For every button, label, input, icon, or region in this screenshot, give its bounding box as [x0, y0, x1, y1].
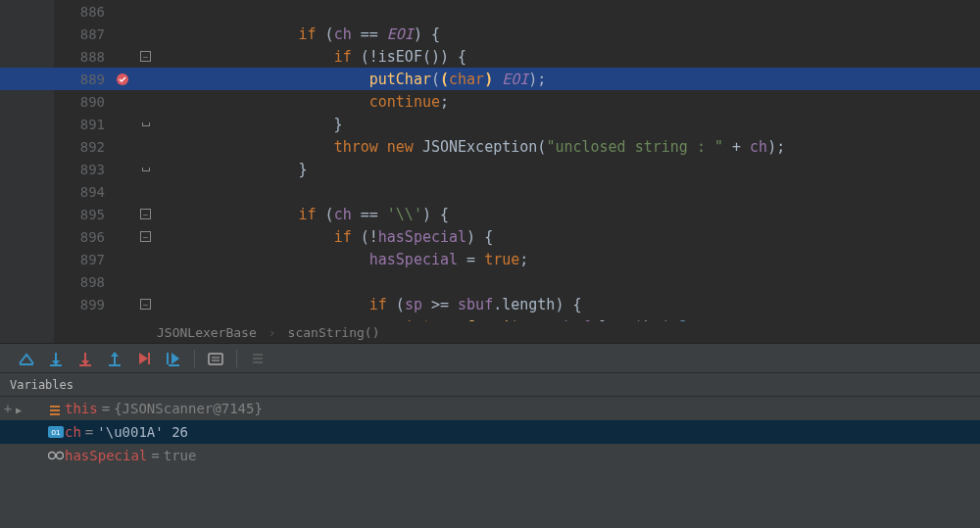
variables-header: Variables [0, 373, 980, 397]
svg-rect-23 [50, 409, 60, 411]
svg-marker-9 [111, 352, 119, 357]
code-line[interactable]: 888− if (!isEOF()) { [0, 45, 980, 68]
drop-frame-button[interactable] [129, 344, 159, 373]
code-line[interactable]: 898 [0, 270, 980, 293]
code-line[interactable]: 886 [0, 0, 980, 23]
line-number: 893 [0, 162, 111, 177]
line-number: 891 [0, 117, 111, 132]
drop-frame-icon [135, 350, 153, 367]
code-editor[interactable]: 886887 if (ch == EOI) {888− if (!isEOF()… [0, 0, 980, 343]
line-number: 900 [0, 319, 111, 322]
fold-gutter: − [134, 299, 157, 310]
toolbar-divider [194, 350, 195, 367]
fold-gutter [134, 122, 157, 126]
variables-tree[interactable]: +▶ this={JSONScanner@7145}01 ch='\u001A'… [0, 397, 980, 528]
code-text[interactable]: if (!isEOF()) { [157, 48, 980, 66]
code-line[interactable]: 896− if (!hasSpecial) { [0, 225, 980, 248]
line-number: 897 [0, 252, 111, 267]
variable-separator: = [147, 448, 163, 463]
line-number: 887 [0, 26, 111, 42]
obj-icon [47, 402, 65, 415]
evaluate-button[interactable] [201, 344, 230, 373]
fold-toggle-icon[interactable]: − [140, 299, 151, 310]
code-line[interactable]: 897 hasSpecial = true; [0, 248, 980, 270]
breadcrumb-method[interactable]: scanString() [288, 325, 380, 340]
svg-marker-11 [139, 353, 148, 364]
code-text[interactable]: } [157, 161, 980, 178]
fold-toggle-icon[interactable]: − [140, 51, 151, 62]
line-number: 894 [0, 184, 111, 200]
variable-value: '\u001A' 26 [97, 424, 188, 440]
code-line[interactable]: 887 if (ch == EOI) { [0, 23, 980, 45]
variable-separator: = [98, 401, 114, 416]
variable-separator: = [81, 424, 97, 440]
variable-row[interactable]: 01 ch='\u001A' 26 [0, 420, 980, 444]
code-line[interactable]: 889 putChar((char) EOI); [0, 68, 980, 90]
breakpoint-icon[interactable] [116, 72, 129, 86]
line-number: 898 [0, 274, 111, 290]
code-text[interactable]: if (ch == '\\') { [157, 206, 980, 223]
code-text[interactable]: continue; [157, 93, 980, 111]
line-number: 896 [0, 229, 111, 245]
svg-marker-13 [172, 353, 179, 364]
step-over-button[interactable] [41, 344, 71, 373]
code-line[interactable]: 893 } [0, 158, 980, 180]
run-to-cursor-button[interactable] [159, 344, 188, 373]
code-text[interactable]: if (sp >= sbuf.length) { [157, 296, 980, 313]
fold-end-icon [142, 122, 150, 126]
svg-rect-22 [50, 406, 60, 408]
variable-name: hasSpecial [65, 448, 147, 463]
code-text[interactable]: if (ch == EOI) { [157, 25, 980, 43]
gutter-marker [111, 72, 134, 86]
expand-toggle[interactable]: ▶ [16, 401, 31, 416]
code-text[interactable]: throw new JSONException("unclosed string… [157, 138, 980, 156]
add-watch-button[interactable]: + [0, 401, 16, 416]
breadcrumb[interactable]: JSONLexerBase › scanString() [157, 321, 380, 343]
svg-point-27 [49, 453, 56, 459]
line-number: 890 [0, 94, 111, 110]
code-line[interactable]: 890 continue; [0, 90, 980, 113]
code-text[interactable]: putChar((char) EOI); [157, 71, 980, 88]
step-out-icon [106, 350, 123, 367]
line-number: 886 [0, 4, 111, 20]
code-text[interactable]: if (!hasSpecial) { [157, 228, 980, 246]
fold-gutter [134, 168, 157, 171]
settings-button [243, 344, 272, 373]
breadcrumb-class[interactable]: JSONLexerBase [157, 325, 257, 340]
svg-point-28 [57, 453, 64, 459]
debugger-panel: Variables +▶ this={JSONScanner@7145}01 c… [0, 343, 980, 528]
fold-toggle-icon[interactable]: − [140, 231, 151, 242]
show-ee-icon [18, 350, 35, 367]
code-line[interactable]: 899− if (sp >= sbuf.length) { [0, 293, 980, 315]
code-line[interactable]: 894 [0, 180, 980, 203]
step-into-button[interactable] [71, 344, 100, 373]
line-number: 895 [0, 207, 111, 222]
variable-row[interactable]: +▶ this={JSONScanner@7145} [0, 397, 980, 420]
fold-end-icon [142, 168, 150, 171]
svg-rect-24 [50, 413, 60, 415]
show-ee-button[interactable] [12, 344, 41, 373]
line-number: 889 [0, 72, 111, 87]
code-line[interactable]: 895− if (ch == '\\') { [0, 203, 980, 225]
code-line[interactable]: 900 int newCapcity = sbuf.length * 2; [0, 315, 980, 321]
line-number: 892 [0, 139, 111, 155]
variable-row[interactable]: hasSpecial=true [0, 444, 980, 467]
code-text[interactable]: } [157, 116, 980, 133]
bool-icon [47, 451, 65, 460]
run-to-cursor-icon [165, 350, 182, 367]
variable-value: true [164, 448, 197, 463]
variable-name: this [65, 401, 98, 416]
fold-gutter: − [134, 231, 157, 242]
toolbar-divider [236, 350, 237, 367]
step-over-icon [47, 350, 65, 367]
code-text[interactable]: hasSpecial = true; [157, 251, 980, 268]
svg-text:01: 01 [52, 428, 61, 437]
variables-title: Variables [10, 378, 74, 392]
fold-toggle-icon[interactable]: − [140, 209, 151, 219]
step-out-button[interactable] [100, 344, 129, 373]
settings-icon [249, 350, 267, 367]
code-line[interactable]: 892 throw new JSONException("unclosed st… [0, 135, 980, 158]
code-line[interactable]: 891 } [0, 113, 980, 135]
line-number: 888 [0, 49, 111, 65]
breadcrumb-separator-icon: › [269, 325, 276, 340]
